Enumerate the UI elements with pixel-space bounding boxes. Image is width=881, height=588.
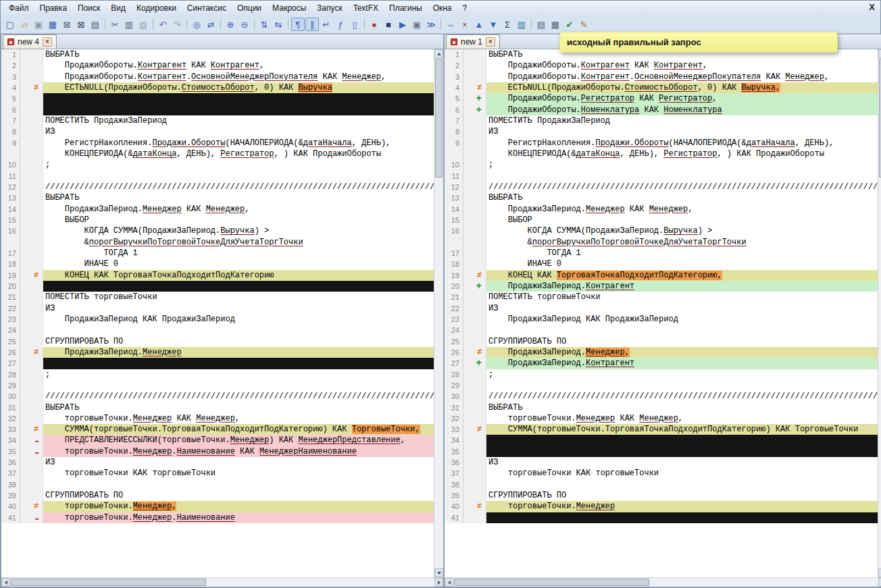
- code-line[interactable]: 27+ ПродажиЗаПериод.Контрагент: [445, 358, 878, 369]
- show-all-characters-button[interactable]: ¶: [291, 18, 305, 31]
- code-line[interactable]: 34▬ ПРЕДСТАВЛЕНИЕССЫЛКИ(торговыеТочки.Ме…: [1, 435, 434, 446]
- stop-macro-button[interactable]: ■: [382, 18, 395, 31]
- right-editor[interactable]: 1ВЫБРАТЬ2 ПродажиОбороты.Контрагент КАК …: [445, 49, 878, 577]
- menu-item[interactable]: Правка: [34, 1, 73, 15]
- code-line[interactable]: 29: [445, 380, 878, 391]
- tab-new-1[interactable]: new 1 ×: [446, 34, 500, 49]
- project-panel-button[interactable]: ▦: [549, 18, 562, 31]
- scroll-thumb[interactable]: [454, 579, 649, 586]
- code-line[interactable]: 21ПОМЕСТИТЬ торговыеТочки: [1, 292, 434, 302]
- code-line[interactable]: 12//////////////////////////////////////…: [1, 182, 434, 192]
- code-line[interactable]: 16 КОГДА СУММА(ПродажиЗаПериод.Выручка) …: [445, 225, 878, 236]
- code-line[interactable]: 29: [1, 380, 434, 391]
- code-line[interactable]: 24: [445, 325, 878, 336]
- code-line[interactable]: 17 ТОГДА 1: [1, 248, 434, 259]
- left-vertical-scrollbar[interactable]: [434, 49, 443, 577]
- menu-item[interactable]: Кодировки: [131, 1, 182, 15]
- tab-close-icon[interactable]: ×: [43, 37, 52, 47]
- code-line[interactable]: 7ПОМЕСТИТЬ ПродажиЗаПериод: [445, 115, 878, 126]
- code-line[interactable]: 8ИЗ: [1, 126, 434, 137]
- close-all-button[interactable]: ⊠: [74, 18, 88, 31]
- scroll-thumb[interactable]: [11, 579, 206, 586]
- tab-close-icon[interactable]: ×: [486, 37, 495, 47]
- code-line[interactable]: КОНЕЦПЕРИОДА(&датаКонца, ДЕНЬ), Регистра…: [1, 149, 434, 159]
- code-line[interactable]: 39СГРУППИРОВАТЬ ПО: [1, 490, 434, 501]
- code-line[interactable]: 2 ПродажиОбороты.Контрагент КАК Контраге…: [445, 60, 878, 71]
- code-line[interactable]: 14 ПродажиЗаПериод.Менеджер КАК Менеджер…: [1, 204, 434, 215]
- record-macro-button[interactable]: ●: [368, 18, 381, 31]
- code-line[interactable]: 25СГРУППИРОВАТЬ ПО: [445, 336, 878, 347]
- code-line[interactable]: 19≠ КОНЕЦ КАК ТорговаяТочкаПодходитПодКа…: [1, 270, 434, 281]
- code-line[interactable]: КОНЕЦПЕРИОДА(&датаКонца, ДЕНЬ), Регистра…: [445, 149, 878, 159]
- code-line[interactable]: 7ПОМЕСТИТЬ ПродажиЗаПериод: [1, 115, 434, 126]
- new-file-button[interactable]: ▢: [3, 18, 17, 31]
- code-line[interactable]: 15 ВЫБОР: [445, 215, 878, 225]
- auto-spell-check-button[interactable]: ✎: [577, 18, 590, 31]
- code-line[interactable]: 24: [1, 325, 434, 336]
- zoom-in-button[interactable]: ⊕: [224, 18, 237, 31]
- scroll-right-button[interactable]: [878, 578, 881, 587]
- code-line[interactable]: 31ВЫБРАТЬ: [445, 402, 878, 413]
- code-line[interactable]: 12//////////////////////////////////////…: [445, 182, 878, 192]
- code-line[interactable]: 33≠ СУММА(торговыеТочки.ТорговаяТочкаПод…: [1, 424, 434, 435]
- code-line[interactable]: 27: [1, 358, 434, 369]
- save-macro-button[interactable]: ▣: [410, 18, 424, 31]
- scroll-track[interactable]: [10, 578, 434, 587]
- code-line[interactable]: 39СГРУППИРОВАТЬ ПО: [445, 490, 878, 501]
- cut-button[interactable]: ✂: [108, 18, 122, 31]
- code-line[interactable]: 13ВЫБРАТЬ: [445, 192, 878, 203]
- word-wrap-button[interactable]: ↵: [320, 18, 333, 31]
- menu-item[interactable]: TextFX: [348, 1, 384, 15]
- clear-compare-button[interactable]: ×: [458, 18, 472, 31]
- code-line[interactable]: 5+ ПродажиОбороты.Регистратор КАК Регист…: [445, 93, 878, 104]
- code-line[interactable]: 40≠ торговыеТочки.Менеджер,: [1, 501, 434, 512]
- code-line[interactable]: 32 торговыеТочки.Менеджер КАК Менеджер,: [445, 413, 878, 424]
- sync-vertical-scroll-button[interactable]: ⇅: [257, 18, 271, 31]
- code-line[interactable]: 31ВЫБРАТЬ: [1, 402, 434, 413]
- save-all-button[interactable]: ▦: [46, 18, 59, 31]
- code-line[interactable]: &порогВыручкиПоТорговойТочкеДляУчетаТорг…: [1, 237, 434, 248]
- code-line[interactable]: 30//////////////////////////////////////…: [445, 391, 878, 402]
- save-file-button[interactable]: ▣: [32, 18, 45, 31]
- code-line[interactable]: 4≠ ЕСТЬNULL(ПродажиОбороты.СтоимостьОбор…: [445, 82, 878, 93]
- scroll-down-button[interactable]: [434, 568, 443, 577]
- code-line[interactable]: 20+ ПродажиЗаПериод.Контрагент: [445, 281, 878, 292]
- scroll-left-button[interactable]: [445, 578, 453, 587]
- sync-horizontal-scroll-button[interactable]: ⇆: [272, 18, 285, 31]
- code-line[interactable]: 6: [1, 105, 434, 115]
- window-close-button[interactable]: X: [869, 2, 875, 12]
- menu-item[interactable]: Окна: [428, 1, 457, 15]
- scroll-right-button[interactable]: [434, 578, 443, 587]
- code-line[interactable]: 34: [445, 435, 878, 446]
- code-line[interactable]: 37 торговыеТочки КАК торговыеТочки: [445, 468, 878, 479]
- left-editor[interactable]: 1ВЫБРАТЬ2 ПродажиОбороты.Контрагент КАК …: [1, 49, 434, 577]
- menu-item[interactable]: Опции: [232, 1, 267, 15]
- compare-summary-button[interactable]: Σ: [501, 18, 514, 31]
- code-line[interactable]: 33≠ СУММА(торговыеТочки.ТорговаяТочкаПод…: [445, 424, 878, 435]
- play-macro-button[interactable]: ▶: [396, 18, 409, 31]
- code-line[interactable]: 22ИЗ: [445, 303, 878, 314]
- code-line[interactable]: 19≠ КОНЕЦ КАК ТорговаяТочкаПодходитПодКа…: [445, 270, 878, 281]
- scroll-up-button[interactable]: [878, 49, 881, 58]
- menu-item[interactable]: Макросы: [267, 1, 311, 15]
- code-line[interactable]: 2 ПродажиОбороты.Контрагент КАК Контраге…: [1, 60, 434, 71]
- code-line[interactable]: 3 ПродажиОбороты.Контрагент.ОсновнойМене…: [1, 72, 434, 82]
- code-line[interactable]: 10;: [445, 159, 878, 170]
- right-horizontal-scrollbar[interactable]: [445, 577, 881, 587]
- compare-button[interactable]: ⇔: [444, 18, 457, 31]
- code-line[interactable]: 9 РегистрНакопления.Продажи.Обороты(НАЧА…: [445, 138, 878, 149]
- code-line[interactable]: 14 ПродажиЗаПериод.Менеджер КАК Менеджер…: [445, 204, 878, 215]
- code-line[interactable]: 25СГРУППИРОВАТЬ ПО: [1, 336, 434, 347]
- code-line[interactable]: 35▬ торговыеТочки.Менеджер.Наименование …: [1, 446, 434, 457]
- code-line[interactable]: 28;: [445, 369, 878, 380]
- code-line[interactable]: 40≠ торговыеТочки.Менеджер: [445, 501, 878, 512]
- code-line[interactable]: 26≠ ПродажиЗаПериод.Менеджер,: [445, 347, 878, 358]
- scroll-track[interactable]: [453, 578, 878, 587]
- code-line[interactable]: 23 ПродажиЗаПериод КАК ПродажиЗаПериод: [445, 314, 878, 325]
- find-button[interactable]: ◎: [190, 18, 203, 31]
- code-line[interactable]: 37 торговыеТочки КАК торговыеТочки: [1, 468, 434, 479]
- doc-switcher-button[interactable]: ▤: [534, 18, 548, 31]
- code-line[interactable]: 30//////////////////////////////////////…: [1, 391, 434, 402]
- code-line[interactable]: 41▬ торговыеТочки.Менеджер.Наименование: [1, 512, 434, 523]
- menu-item[interactable]: Плагины: [384, 1, 428, 15]
